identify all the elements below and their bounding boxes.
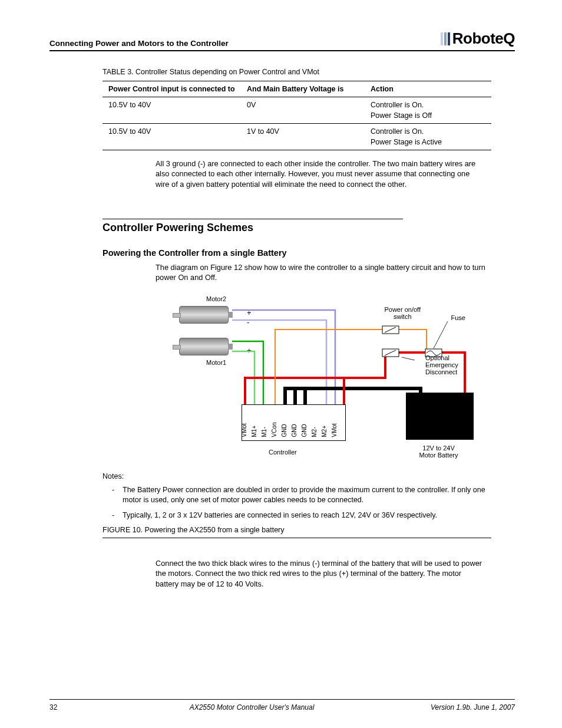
list-item: The Battery Power connection are doubled…	[112, 485, 489, 505]
table-row: 10.5V to 40V0V Controller is On.Power St…	[103, 97, 491, 124]
notes-heading: Notes:	[103, 472, 515, 480]
wiring-diagram: Motor2 Motor1 +- -+	[179, 295, 485, 466]
section-heading: Controller Powering Schemes	[103, 222, 515, 234]
section-rule	[103, 219, 403, 219]
table-row: 10.5V to 40V1V to 40V Controller is On.P…	[103, 124, 491, 150]
col-header: And Main Battery Voltage is	[241, 81, 365, 97]
page-header: Connecting Power and Motors to the Contr…	[49, 29, 515, 51]
figure-caption: FIGURE 10. Powering the AX2550 from a si…	[103, 526, 515, 534]
body-paragraph: Connect the two thick black wires to the…	[156, 558, 485, 589]
footer-title: AX2550 Motor Controller User's Manual	[190, 703, 315, 711]
optional-disconnect-label: Optional Emergency Disconnect	[425, 354, 472, 375]
pin-labels: VMotM1+M1-VConGNDGNDGNDM2-M2+VMot	[244, 407, 344, 414]
notes-list: The Battery Power connection are doubled…	[112, 485, 489, 520]
col-header: Action	[365, 81, 491, 97]
list-item: Typically, 1, 2 or 3 x 12V batteries are…	[112, 510, 489, 520]
page-footer: 32 AX2550 Motor Controller User's Manual…	[49, 699, 515, 711]
controller-label: Controller	[269, 449, 297, 456]
battery-icon	[406, 393, 474, 440]
figure-rule	[103, 538, 491, 538]
section-title: Connecting Power and Motors to the Contr…	[49, 39, 229, 48]
page-number: 32	[49, 703, 73, 711]
body-paragraph: All 3 ground (-) are connected to each o…	[156, 159, 485, 189]
col-header: Power Control input is connected to	[103, 81, 241, 97]
table-caption: TABLE 3. Controller Status depending on …	[103, 68, 515, 76]
subsection-heading: Powering the Controller from a single Ba…	[103, 248, 515, 258]
fuse-label: Fuse	[451, 314, 465, 321]
brand-logo: RoboteQ	[441, 29, 515, 48]
switch-label: Power on/off switch	[384, 306, 421, 320]
body-paragraph: The diagram on Figure 12 show how to wir…	[156, 262, 485, 283]
battery-label: 12V to 24V Motor Battery	[405, 444, 472, 459]
footer-version: Version 1.9b. June 1, 2007	[431, 703, 515, 711]
status-table: Power Control input is connected to And …	[103, 81, 491, 150]
logo-bars-icon	[441, 32, 451, 45]
